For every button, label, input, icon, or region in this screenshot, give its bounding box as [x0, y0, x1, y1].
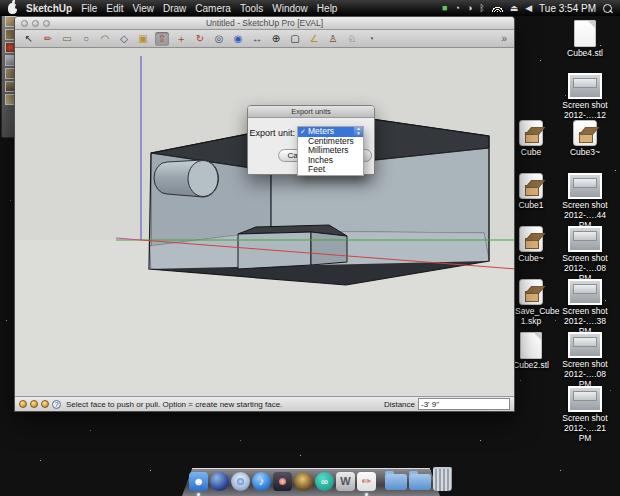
media-app-dock-icon[interactable] [294, 472, 313, 491]
status-orb-button[interactable] [30, 400, 38, 408]
screenshot-file-icon [568, 386, 602, 412]
documents-folder-dock-icon[interactable] [385, 474, 407, 490]
skp-file-icon [519, 226, 543, 252]
status-hint-text: Select face to push or pull. Option = cr… [66, 400, 282, 409]
screenshot-file-icon [568, 73, 602, 99]
menu-item-label: Meters [308, 126, 334, 136]
icon-label: Cube4.stl [562, 49, 608, 59]
screenshot-file-icon [568, 226, 602, 252]
menu-help[interactable]: Help [317, 3, 338, 14]
toolbar-overflow-icon[interactable]: » [501, 33, 507, 44]
push-pull-tool-icon[interactable]: ⇧ [155, 32, 169, 46]
stl-file-icon [520, 332, 542, 359]
menu-clock[interactable]: Tue 3:54 PM [539, 3, 596, 14]
dock-icons-row: ☻ ♪ ∞ W ✏ [189, 467, 452, 491]
sketchup-dock-icon[interactable]: ✏ [357, 472, 376, 491]
photo-booth-dock-icon[interactable] [273, 472, 292, 491]
green-indicator-icon[interactable]: ■ [442, 0, 447, 16]
zoom-tool-icon[interactable]: ⊕ [269, 32, 283, 46]
desktop: SketchUp File Edit View Draw Camera Tool… [0, 0, 620, 496]
screenshot-file-icon [568, 173, 602, 199]
menu-tools[interactable]: Tools [240, 3, 263, 14]
displays-icon[interactable]: ◑ [467, 0, 472, 16]
move-tool-icon[interactable]: ＋ [174, 32, 188, 46]
look-around-tool-icon[interactable]: ◔ [364, 32, 378, 46]
status-orb-button[interactable] [41, 400, 49, 408]
rectangle-tool-icon[interactable]: ▭ [60, 32, 74, 46]
sketchup-window: Untitled - SketchUp Pro [EVAL] ↖ ✏ ▭ ○ ◠… [14, 16, 515, 412]
menu-status-area: ■ ◔ ◑ ᛒ ⏏ ◀ Tue 3:54 PM [442, 0, 612, 16]
arc-tool-icon[interactable]: ◠ [98, 32, 112, 46]
eject-icon[interactable]: ⏏ [510, 0, 519, 16]
volume-icon[interactable]: ◀ [525, 0, 532, 16]
toolbar: ↖ ✏ ▭ ○ ◠ ◇ ▣ ⇧ ＋ ↻ ◎ ◉ ↔ ⊕ ▢ ∠ ♙ ♘ ◔ » [15, 30, 514, 48]
icon-label: Screen shot 2012-….21 PM [562, 414, 608, 443]
zoom-extents-tool-icon[interactable]: ▢ [288, 32, 302, 46]
menu-sketchup[interactable]: SketchUp [26, 3, 72, 14]
dialog-titlebar[interactable]: Export units [248, 106, 374, 118]
screenshot-file-icon [568, 279, 602, 305]
status-orb-button[interactable] [19, 400, 27, 408]
status-bar: ? Select face to push or pull. Option = … [15, 396, 514, 411]
offset-tool-icon[interactable]: ◎ [212, 32, 226, 46]
popup-stepper-icon[interactable]: ▲ ▼ [354, 127, 363, 137]
desktop-icon-screenshot[interactable]: Screen shot 2012-….38 PM [562, 279, 608, 336]
distance-label: Distance [384, 400, 415, 409]
desktop-icon-screenshot[interactable]: Screen shot 2012-….08 PM [562, 332, 608, 389]
help-button[interactable]: ? [52, 400, 61, 409]
menu-view[interactable]: View [132, 3, 154, 14]
apple-menu-icon[interactable] [8, 3, 17, 14]
orbit-tool-icon[interactable]: ◉ [231, 32, 245, 46]
line-tool-icon[interactable]: ✏ [41, 32, 55, 46]
menu-draw[interactable]: Draw [163, 3, 186, 14]
checkmark-icon: ✓ [300, 127, 306, 137]
position-camera-tool-icon[interactable]: ♙ [326, 32, 340, 46]
menu-window[interactable]: Window [272, 3, 308, 14]
make-component-tool-icon[interactable]: ◇ [117, 32, 131, 46]
window-titlebar[interactable]: Untitled - SketchUp Pro [EVAL] [15, 17, 514, 30]
menu-edit[interactable]: Edit [106, 3, 123, 14]
desktop-icon-screenshot[interactable]: Screen shot 2012-….08 PM [562, 226, 608, 283]
menu-bar: SketchUp File Edit View Draw Camera Tool… [0, 0, 620, 16]
icon-label: Screen shot 2012-….08 PM [562, 360, 608, 389]
trash-dock-icon[interactable] [433, 467, 452, 491]
spotlight-icon[interactable] [603, 4, 612, 13]
dock: ☻ ♪ ∞ W ✏ [182, 456, 440, 496]
icon-label: Cube3~ [562, 148, 608, 158]
model-canvas[interactable] [15, 48, 514, 397]
menu-file[interactable]: File [81, 3, 97, 14]
skp-file-icon [519, 173, 543, 199]
menu-camera[interactable]: Camera [195, 3, 231, 14]
walk-tool-icon[interactable]: ♘ [345, 32, 359, 46]
window-title: Untitled - SketchUp Pro [EVAL] [15, 18, 514, 28]
time-machine-icon[interactable]: ◔ [454, 0, 459, 16]
menu-item-feet[interactable]: Feet [298, 165, 363, 175]
desktop-icon-screenshot[interactable]: Screen shot 2012-….44 PM [562, 173, 608, 230]
stl-file-icon [574, 20, 596, 47]
distance-input[interactable] [418, 398, 510, 410]
safari-dock-icon[interactable] [231, 472, 250, 491]
tape-measure-tool-icon[interactable]: ∠ [307, 32, 321, 46]
rotate-tool-icon[interactable]: ↻ [193, 32, 207, 46]
desktop-icon-screenshot[interactable]: Screen shot 2012-….21 PM [562, 386, 608, 443]
select-tool-icon[interactable]: ↖ [22, 32, 36, 46]
finder-dock-icon[interactable]: ☻ [189, 472, 208, 491]
arduino-dock-icon[interactable]: ∞ [315, 472, 334, 491]
skp-file-icon [573, 120, 597, 146]
desktop-icon-cube3[interactable]: Cube3~ [562, 120, 608, 158]
wings3d-dock-icon[interactable]: W [336, 472, 355, 491]
dashboard-dock-icon[interactable] [210, 472, 229, 491]
downloads-folder-dock-icon[interactable] [409, 474, 431, 490]
stepper-down-icon: ▼ [356, 131, 360, 136]
units-popup-menu: ✓ Meters ▲ ▼ Centimeters Millimeters Inc… [297, 126, 364, 176]
bluetooth-icon[interactable]: ᛒ [479, 0, 484, 16]
paint-bucket-tool-icon[interactable]: ▣ [136, 32, 150, 46]
export-unit-label: Export unit: [249, 128, 295, 138]
wifi-icon[interactable] [492, 5, 503, 12]
desktop-icon-cube4-stl[interactable]: Cube4.stl [562, 20, 608, 59]
screenshot-file-icon [568, 332, 602, 358]
model-3d-view [15, 48, 514, 397]
circle-tool-icon[interactable]: ○ [79, 32, 93, 46]
pan-tool-icon[interactable]: ↔ [250, 32, 264, 46]
itunes-dock-icon[interactable]: ♪ [252, 472, 271, 491]
